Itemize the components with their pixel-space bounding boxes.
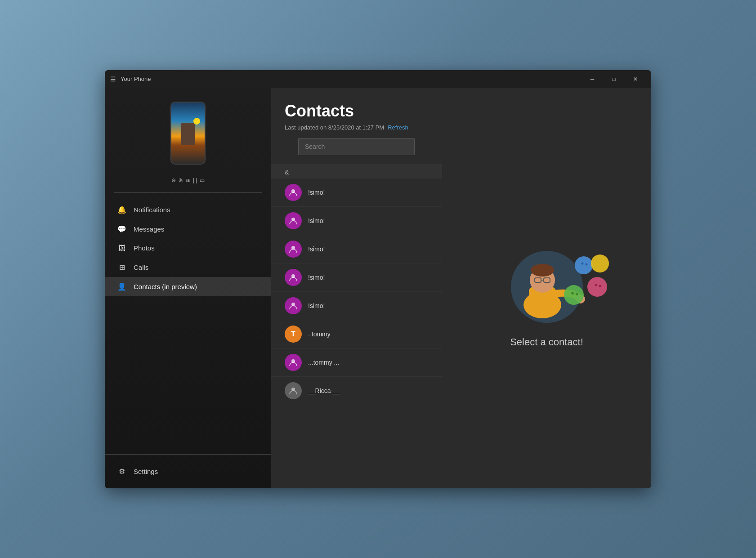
- signal-icon: |||: [193, 177, 197, 183]
- wifi-icon: ≋: [186, 177, 190, 183]
- svg-point-25: [599, 285, 601, 287]
- calls-label: Calls: [134, 263, 148, 271]
- sidebar-bottom: ⚙ Settings: [105, 454, 271, 488]
- select-contact-text: Select a contact!: [510, 336, 583, 348]
- phone-screen: [171, 103, 205, 164]
- messages-label: Messages: [134, 225, 164, 233]
- avatar: [285, 212, 302, 229]
- list-item[interactable]: !simo!: [271, 235, 442, 263]
- status-bar: ⊖ ❋ ≋ ||| ▭: [105, 174, 271, 192]
- contacts-list: & !simo!: [271, 162, 442, 488]
- titlebar: ☰ Your Phone ─ □ ✕: [105, 70, 651, 88]
- titlebar-controls: ─ □ ✕: [582, 72, 646, 86]
- contact-name: !simo!: [308, 302, 325, 309]
- avatar: [285, 241, 302, 258]
- avatar: [285, 297, 302, 314]
- settings-label: Settings: [134, 468, 158, 475]
- contacts-illustration: [484, 228, 610, 327]
- svg-point-18: [576, 293, 578, 295]
- contacts-title: Contacts: [285, 102, 428, 121]
- avatar: T: [285, 326, 302, 343]
- messages-icon: 💬: [117, 225, 126, 233]
- svg-point-21: [585, 263, 587, 265]
- contact-name: !simo!: [308, 274, 325, 281]
- list-item[interactable]: !simo!: [271, 292, 442, 320]
- contact-name: !simo!: [308, 246, 325, 253]
- sidebar-item-contacts[interactable]: 👤 Contacts (in preview): [105, 277, 271, 296]
- photos-label: Photos: [134, 244, 155, 252]
- avatar: [285, 354, 302, 371]
- notifications-icon: 🔔: [117, 205, 126, 214]
- svg-point-20: [581, 262, 583, 264]
- dnd-icon: ⊖: [171, 177, 176, 183]
- battery-icon: ▭: [200, 177, 205, 183]
- search-input[interactable]: [298, 138, 415, 155]
- phone-area: [105, 88, 271, 174]
- contact-name: __Ricca __: [308, 387, 340, 394]
- settings-icon: ⚙: [117, 467, 126, 476]
- list-item[interactable]: ...tommy ...: [271, 348, 442, 377]
- svg-point-24: [595, 284, 597, 286]
- last-updated-text: Last updated on 8/25/2020 at 1:27 PM: [285, 124, 384, 131]
- list-item[interactable]: !simo!: [271, 263, 442, 292]
- content-area: ⊖ ❋ ≋ ||| ▭ 🔔 Notifications 💬 Messages 🖼: [105, 88, 651, 488]
- sidebar-item-photos[interactable]: 🖼 Photos: [105, 239, 271, 258]
- svg-point-11: [531, 264, 554, 277]
- svg-point-23: [587, 277, 607, 297]
- main-area: Contacts Last updated on 8/25/2020 at 1:…: [271, 88, 651, 488]
- sidebar-item-notifications[interactable]: 🔔 Notifications: [105, 200, 271, 219]
- contacts-nav-label: Contacts (in preview): [134, 283, 197, 290]
- group-header-ampersand: &: [271, 164, 442, 179]
- svg-point-17: [571, 292, 574, 295]
- svg-point-19: [575, 256, 593, 274]
- search-box: [298, 138, 415, 155]
- minimize-button[interactable]: ─: [582, 72, 603, 86]
- close-button[interactable]: ✕: [625, 72, 646, 86]
- photos-icon: 🖼: [117, 244, 126, 252]
- svg-point-16: [564, 285, 584, 305]
- list-item[interactable]: !simo!: [271, 207, 442, 235]
- refresh-button[interactable]: Refresh: [388, 124, 408, 131]
- contact-name: !simo!: [308, 217, 325, 224]
- contact-name: ...tommy ...: [308, 359, 339, 366]
- titlebar-left: ☰ Your Phone: [110, 76, 582, 83]
- detail-panel: Select a contact!: [442, 88, 651, 488]
- nav-items: 🔔 Notifications 💬 Messages 🖼 Photos ⊞ Ca…: [105, 193, 271, 454]
- contacts-panel: Contacts Last updated on 8/25/2020 at 1:…: [271, 88, 442, 488]
- contact-name: . tommy: [308, 330, 331, 338]
- contacts-icon: 👤: [117, 282, 126, 291]
- sidebar: ⊖ ❋ ≋ ||| ▭ 🔔 Notifications 💬 Messages 🖼: [105, 88, 271, 488]
- sidebar-item-settings[interactable]: ⚙ Settings: [105, 462, 271, 481]
- sidebar-item-calls[interactable]: ⊞ Calls: [105, 258, 271, 277]
- maximize-button[interactable]: □: [604, 72, 624, 86]
- hamburger-icon[interactable]: ☰: [110, 76, 116, 83]
- svg-point-22: [591, 254, 609, 272]
- list-item[interactable]: !simo!: [271, 179, 442, 207]
- list-item[interactable]: __Ricca __: [271, 377, 442, 405]
- avatar: [285, 269, 302, 286]
- avatar: [285, 184, 302, 201]
- illustration-svg: [484, 228, 610, 327]
- app-window: ☰ Your Phone ─ □ ✕ ⊖ ❋ ≋ |||: [105, 70, 651, 488]
- contacts-header: Contacts Last updated on 8/25/2020 at 1:…: [271, 88, 442, 162]
- contacts-subtitle: Last updated on 8/25/2020 at 1:27 PM Ref…: [285, 124, 428, 131]
- app-title: Your Phone: [121, 76, 151, 82]
- calls-icon: ⊞: [117, 263, 126, 272]
- phone-frame: [170, 102, 206, 165]
- bluetooth-icon: ❋: [179, 177, 183, 183]
- sidebar-item-messages[interactable]: 💬 Messages: [105, 219, 271, 239]
- notifications-label: Notifications: [134, 206, 170, 214]
- list-item[interactable]: T . tommy: [271, 320, 442, 348]
- avatar: [285, 382, 302, 399]
- contact-name: !simo!: [308, 189, 325, 196]
